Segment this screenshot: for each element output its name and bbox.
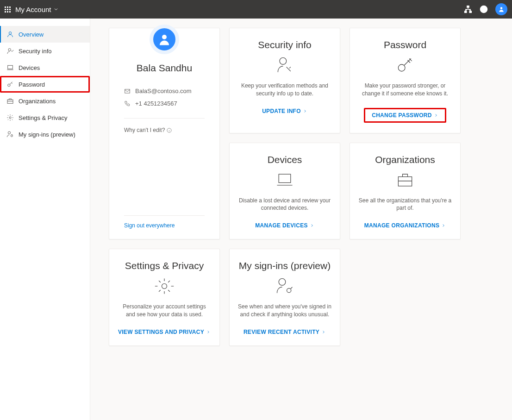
content: Bala Sandhu BalaS@contoso.com +1 4251234… xyxy=(90,19,512,420)
card-title: Organizations xyxy=(375,154,435,165)
sidebar-item-devices[interactable]: Devices xyxy=(0,59,90,76)
svg-point-18 xyxy=(398,64,405,71)
svg-rect-20 xyxy=(398,176,412,186)
briefcase-icon xyxy=(395,170,415,190)
svg-rect-1 xyxy=(465,11,467,13)
help-icon[interactable] xyxy=(480,5,488,13)
manage-devices-button[interactable]: MANAGE DEVICES xyxy=(255,222,314,229)
svg-point-17 xyxy=(280,58,287,65)
svg-point-23 xyxy=(287,288,291,293)
sidebar-item-label: Password xyxy=(19,81,45,88)
card-title: Settings & Privacy xyxy=(125,260,204,271)
profile-phone: +1 4251234567 xyxy=(135,100,177,107)
action-label: REVIEW RECENT ACTIVITY xyxy=(244,329,319,335)
sidebar: Overview Security info Devices Password … xyxy=(0,19,90,420)
card-title: Password xyxy=(384,39,426,50)
sidebar-item-signins[interactable]: My sign-ins (preview) xyxy=(0,126,90,143)
app-title-label: My Account xyxy=(15,6,51,13)
svg-point-12 xyxy=(8,132,10,134)
svg-rect-19 xyxy=(279,174,291,182)
info-icon xyxy=(167,128,172,133)
action-label: VIEW SETTINGS AND PRIVACY xyxy=(118,329,204,335)
svg-rect-15 xyxy=(125,89,130,93)
svg-rect-8 xyxy=(8,65,13,69)
sidebar-item-security[interactable]: Security info xyxy=(0,43,90,59)
sidebar-item-label: Security info xyxy=(19,48,52,55)
sidebar-item-label: My sign-ins (preview) xyxy=(19,131,75,138)
org-chart-icon[interactable] xyxy=(464,5,472,13)
action-label: UPDATE INFO xyxy=(262,108,301,114)
svg-point-22 xyxy=(279,279,286,286)
profile-name: Bala Sandhu xyxy=(137,63,192,74)
view-settings-privacy-button[interactable]: VIEW SETTINGS AND PRIVACY xyxy=(118,329,211,335)
sidebar-item-overview[interactable]: Overview xyxy=(0,26,90,43)
signin-icon xyxy=(6,131,14,138)
card-devices: Devices Disable a lost device and review… xyxy=(229,143,340,240)
sidebar-item-organizations[interactable]: Organizations xyxy=(0,93,90,109)
svg-rect-10 xyxy=(7,100,13,103)
laptop-icon xyxy=(275,170,295,190)
action-label: CHANGE PASSWORD xyxy=(372,112,432,119)
phone-icon xyxy=(124,100,131,107)
gear-icon xyxy=(154,276,175,296)
svg-point-14 xyxy=(162,35,167,39)
person-icon xyxy=(6,31,14,38)
chevron-right-icon xyxy=(321,330,326,334)
card-desc: Disable a lost device and review your co… xyxy=(238,197,331,213)
why-cant-edit[interactable]: Why can't I edit? xyxy=(118,127,211,133)
user-avatar-top[interactable] xyxy=(495,3,507,15)
profile-email-row: BalaS@contoso.com xyxy=(118,85,211,97)
sign-out-everywhere-link[interactable]: Sign out everywhere xyxy=(118,222,211,229)
action-label: MANAGE ORGANIZATIONS xyxy=(364,222,439,229)
app-title[interactable]: My Account xyxy=(15,6,59,13)
svg-point-9 xyxy=(8,84,10,86)
why-edit-label: Why can't I edit? xyxy=(124,127,165,133)
card-desc: Make your password stronger, or change i… xyxy=(358,82,452,98)
card-title: Security info xyxy=(258,39,312,50)
card-desc: Personalize your account settings and se… xyxy=(118,303,211,319)
card-desc: See all the organizations that you're a … xyxy=(358,197,452,213)
update-info-button[interactable]: UPDATE INFO xyxy=(262,108,307,114)
sidebar-item-password[interactable]: Password xyxy=(0,76,90,93)
card-password: Password Make your password stronger, or… xyxy=(350,28,461,133)
laptop-icon xyxy=(6,64,14,71)
chevron-right-icon xyxy=(206,330,211,334)
divider xyxy=(124,215,205,216)
svg-point-11 xyxy=(9,117,11,119)
card-signins: My sign-ins (preview) See when and where… xyxy=(229,249,340,346)
security-info-icon xyxy=(275,55,295,75)
sidebar-item-label: Organizations xyxy=(19,98,56,105)
chevron-right-icon xyxy=(441,223,446,228)
card-desc: See when and where you've signed in and … xyxy=(238,303,331,319)
user-avatar-icon xyxy=(150,25,179,54)
key-icon xyxy=(395,55,415,75)
svg-point-6 xyxy=(9,32,11,34)
svg-point-7 xyxy=(8,49,11,51)
profile-email: BalaS@contoso.com xyxy=(135,88,192,94)
chevron-right-icon xyxy=(303,109,307,113)
chevron-right-icon xyxy=(310,223,314,228)
chevron-down-icon xyxy=(53,6,59,12)
card-title: Devices xyxy=(268,154,302,165)
chevron-right-icon xyxy=(434,113,438,118)
action-label: MANAGE DEVICES xyxy=(255,222,308,229)
signin-icon xyxy=(275,276,295,296)
key-icon xyxy=(6,81,14,88)
app-launcher-icon[interactable] xyxy=(5,6,11,13)
change-password-button[interactable]: CHANGE PASSWORD xyxy=(364,108,446,123)
svg-point-4 xyxy=(484,11,484,12)
topbar: My Account xyxy=(0,0,512,19)
divider xyxy=(124,118,205,119)
sidebar-item-settings[interactable]: Settings & Privacy xyxy=(0,109,90,126)
svg-rect-0 xyxy=(467,6,469,8)
svg-point-21 xyxy=(162,284,167,289)
svg-rect-2 xyxy=(469,11,472,13)
sidebar-item-label: Devices xyxy=(19,64,40,71)
gear-icon xyxy=(6,114,14,121)
briefcase-icon xyxy=(6,97,14,105)
review-recent-activity-button[interactable]: REVIEW RECENT ACTIVITY xyxy=(244,329,326,335)
card-security-info: Security info Keep your verification met… xyxy=(229,28,340,133)
manage-organizations-button[interactable]: MANAGE ORGANIZATIONS xyxy=(364,222,446,229)
profile-phone-row: +1 4251234567 xyxy=(118,97,211,110)
mail-icon xyxy=(124,88,131,94)
